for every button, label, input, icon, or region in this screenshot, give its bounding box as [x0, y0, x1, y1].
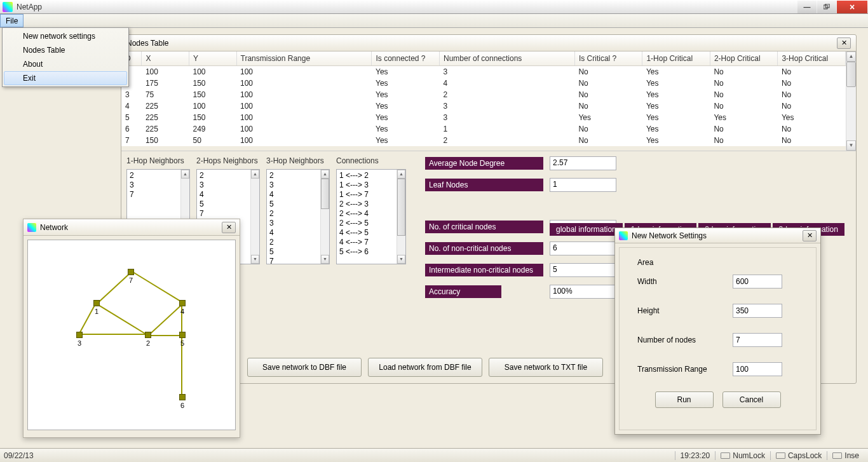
scroll-down-icon[interactable]: ▼: [846, 140, 856, 151]
status-date: 09/22/13: [4, 451, 34, 460]
width-input[interactable]: [733, 275, 782, 289]
menu-new-settings[interactable]: New network settings: [4, 29, 127, 43]
minimize-button[interactable]: —: [797, 1, 817, 13]
nodes-table-close-button[interactable]: ✕: [837, 37, 851, 49]
network-window: Network ✕ 1234567: [23, 219, 240, 438]
list-item[interactable]: 5 <---> 6: [339, 247, 403, 257]
connections-list[interactable]: 1 <---> 21 <---> 31 <---> 72 <---> 32 <-…: [336, 169, 406, 264]
col-x[interactable]: X: [142, 51, 189, 66]
col-hop2[interactable]: 2-Hop Critical: [710, 51, 777, 66]
list-item[interactable]: 4 <---> 7: [339, 238, 403, 247]
list-item[interactable]: 5: [269, 200, 327, 209]
graph-node-label: 1: [95, 308, 98, 315]
hop1-neighbors-label: 1-Hop Neighbors: [126, 156, 190, 165]
list-item[interactable]: 2: [200, 171, 257, 180]
table-row[interactable]: 715050100Yes2NoYesNoNo: [121, 135, 846, 146]
list-item[interactable]: 7: [269, 257, 327, 264]
col-hop1[interactable]: 1-Hop Critical: [642, 51, 710, 66]
app-title: NetApp: [15, 3, 797, 11]
col-nconn[interactable]: Number of connections: [439, 51, 574, 66]
list-item[interactable]: 2 <---> 5: [339, 219, 403, 228]
list-item[interactable]: 2: [269, 209, 327, 219]
list-item[interactable]: 1 <---> 2: [339, 171, 403, 180]
accuracy-value: 100%: [550, 285, 616, 299]
edge: [78, 302, 97, 335]
critical-nodes-label: No. of critical nodes: [425, 221, 543, 233]
edge: [148, 303, 183, 336]
list-item[interactable]: 4: [269, 190, 327, 200]
col-range[interactable]: Transmission Range: [236, 51, 372, 66]
settings-dialog-close-button[interactable]: ✕: [803, 230, 817, 241]
settings-dialog: New Network Settings ✕ Area Width Height…: [614, 228, 821, 435]
list-item[interactable]: 1 <---> 7: [339, 190, 403, 200]
list-item[interactable]: 2 <---> 4: [339, 209, 403, 219]
list-item[interactable]: 7: [130, 190, 187, 200]
range-input[interactable]: [733, 362, 782, 376]
run-button[interactable]: Run: [655, 391, 714, 408]
col-connected[interactable]: Is connected ?: [372, 51, 439, 66]
menu-about[interactable]: About: [4, 57, 127, 71]
settings-dialog-icon: [619, 231, 628, 240]
settings-dialog-title: New Network Settings: [632, 231, 803, 240]
nodes-table[interactable]: D X Y Transmission Range Is connected ? …: [121, 51, 846, 146]
save-dbf-button[interactable]: Save network to DBF file: [247, 358, 362, 377]
list-item[interactable]: 3: [130, 180, 187, 190]
list-item[interactable]: 3: [269, 180, 327, 190]
list-item[interactable]: 1 <---> 3: [339, 180, 403, 190]
menu-exit[interactable]: Exit: [4, 71, 127, 85]
maximize-button[interactable]: [817, 1, 836, 13]
col-hop3[interactable]: 3-Hop Critical: [778, 51, 846, 66]
save-txt-button[interactable]: Save network to TXT file: [489, 358, 603, 377]
intermediate-nodes-label: Intermediate non-critical nodes: [425, 264, 543, 276]
close-button[interactable]: ×: [837, 1, 867, 13]
table-row[interactable]: 6225249100Yes1NoYesNoNo: [121, 123, 846, 135]
nnodes-input[interactable]: [733, 333, 782, 347]
noncritical-nodes-label: No. of non-critical nodes: [425, 242, 543, 255]
list-item[interactable]: 4: [200, 190, 257, 200]
height-input[interactable]: [733, 304, 782, 318]
graph-node-label: 3: [78, 339, 81, 347]
app-icon: [3, 2, 13, 12]
graph-node: [179, 394, 186, 400]
avg-degree-label: Average Node Degree: [425, 157, 543, 170]
col-critical[interactable]: Is Critical ?: [574, 51, 642, 66]
tab-global[interactable]: global information: [550, 223, 623, 236]
table-row[interactable]: 2175150100Yes4NoYesNoNo: [121, 78, 846, 89]
list-item[interactable]: 4: [269, 228, 327, 238]
list-item[interactable]: 7: [200, 209, 257, 219]
table-row[interactable]: 100100100Yes3NoYesNoNo: [121, 66, 846, 78]
intermediate-nodes-value: 5: [550, 263, 616, 277]
graph-node: [128, 269, 134, 275]
list-item[interactable]: 2: [269, 171, 327, 180]
table-row[interactable]: 375150100Yes2NoYesNoNo: [121, 89, 846, 100]
edge: [79, 334, 148, 335]
list-item[interactable]: 3: [269, 219, 327, 228]
accuracy-label: Accuracy: [425, 285, 501, 298]
status-capslock: CapsLock: [770, 451, 827, 460]
network-canvas: 1234567: [27, 240, 236, 430]
scroll-up-icon[interactable]: ▲: [846, 51, 856, 62]
list-item[interactable]: 3: [200, 180, 257, 190]
cancel-button[interactable]: Cancel: [722, 391, 781, 408]
list-item[interactable]: 2 <---> 3: [339, 200, 403, 209]
workarea: Nodes Table ✕ D X Y Transmission Range I…: [0, 28, 868, 448]
list-item[interactable]: 2: [269, 238, 327, 247]
nnodes-label: Number of nodes: [637, 336, 733, 344]
hop3-neighbors-list[interactable]: 2345234257 ▲▼: [266, 169, 330, 264]
list-item[interactable]: 4 <---> 5: [339, 228, 403, 238]
status-time: 19:23:20: [675, 451, 715, 460]
list-item[interactable]: 2: [130, 171, 187, 180]
network-window-close-button[interactable]: ✕: [222, 222, 236, 233]
scroll-thumb[interactable]: [846, 62, 856, 87]
load-dbf-button[interactable]: Load network from DBF file: [368, 358, 482, 377]
menu-nodes-table[interactable]: Nodes Table: [4, 43, 127, 57]
nodes-table-title: Nodes Table: [126, 39, 837, 48]
table-row[interactable]: 4225100100Yes3NoYesNoNo: [121, 100, 846, 112]
graph-node-label: 4: [180, 308, 184, 315]
menu-file[interactable]: File: [0, 14, 24, 27]
list-item[interactable]: 5: [269, 247, 327, 257]
table-scrollbar[interactable]: ▲ ▼: [846, 51, 856, 151]
table-row[interactable]: 5225150100Yes3YesYesYesYes: [121, 112, 846, 123]
list-item[interactable]: 5: [200, 200, 257, 209]
col-y[interactable]: Y: [189, 51, 236, 66]
